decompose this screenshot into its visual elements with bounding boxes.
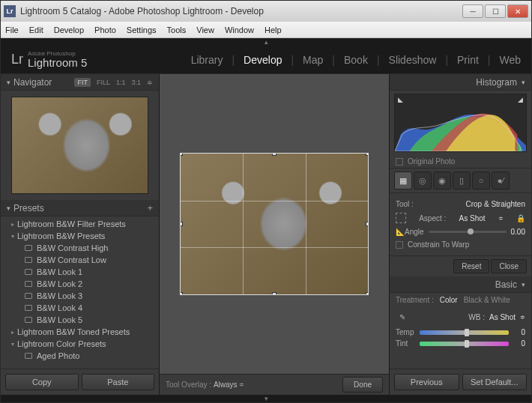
histogram-title: Histogram bbox=[476, 77, 517, 88]
tool-strip: ▦ ◎ ◉ ▯ ○ ●⁄ bbox=[390, 169, 531, 193]
clip-highlight-icon[interactable]: ◢ bbox=[518, 96, 523, 103]
preset-item[interactable]: B&W Look 5 bbox=[1, 314, 159, 326]
tool-overlay-value[interactable]: Always bbox=[214, 381, 238, 389]
nav-zoom-menu-icon[interactable]: ≑ bbox=[147, 79, 153, 86]
brand-main: Lightroom 5 bbox=[28, 57, 87, 68]
set-default-button[interactable]: Set Default... bbox=[462, 374, 528, 390]
paste-button[interactable]: Paste bbox=[82, 374, 155, 390]
original-photo-label: Original Photo bbox=[408, 157, 455, 166]
crop-handle[interactable] bbox=[272, 292, 276, 295]
menu-develop[interactable]: Develop bbox=[54, 25, 84, 34]
copy-button[interactable]: Copy bbox=[5, 374, 79, 390]
menu-edit[interactable]: Edit bbox=[29, 25, 43, 34]
lock-icon[interactable]: 🔒 bbox=[516, 214, 525, 222]
nav-1to1[interactable]: 1:1 bbox=[116, 79, 126, 86]
presets-list: ▸Lightroom B&W Filter Presets ▾Lightroom… bbox=[1, 216, 159, 369]
module-web[interactable]: Web bbox=[499, 54, 521, 66]
eyedropper-icon[interactable]: ✎ bbox=[396, 310, 409, 324]
top-panel-toggle[interactable]: ▴ bbox=[1, 38, 531, 46]
redeye-tool-icon[interactable]: ◉ bbox=[433, 172, 451, 190]
module-print[interactable]: Print bbox=[457, 54, 479, 66]
maximize-button[interactable]: ☐ bbox=[485, 4, 506, 18]
tint-slider[interactable] bbox=[420, 342, 509, 346]
done-button[interactable]: Done bbox=[342, 377, 383, 393]
crop-handle[interactable] bbox=[272, 153, 276, 156]
preset-group[interactable]: ▾Lightroom Color Presets bbox=[1, 338, 159, 350]
preset-group[interactable]: ▸Lightroom B&W Toned Presets bbox=[1, 326, 159, 338]
histogram-display[interactable]: ◣ ◢ bbox=[394, 94, 527, 152]
radial-filter-icon[interactable]: ○ bbox=[472, 172, 490, 190]
module-develop[interactable]: Develop bbox=[244, 54, 282, 66]
spot-tool-icon[interactable]: ◎ bbox=[414, 172, 432, 190]
left-panel: ▾ Navigator FIT FILL 1:1 3:1 ≑ ▾ Presets… bbox=[1, 74, 160, 395]
angle-slider[interactable] bbox=[429, 231, 507, 233]
aspect-value[interactable]: As Shot bbox=[459, 214, 486, 222]
close-tool-button[interactable]: Close bbox=[491, 259, 527, 273]
menu-help[interactable]: Help bbox=[265, 25, 282, 34]
menu-file[interactable]: File bbox=[5, 25, 19, 34]
module-book[interactable]: Book bbox=[344, 54, 368, 66]
aspect-icon[interactable] bbox=[396, 213, 406, 223]
preset-item[interactable]: B&W Look 2 bbox=[1, 278, 159, 290]
brand: Lr Adobe Photoshop Lightroom 5 bbox=[11, 51, 87, 68]
menu-view[interactable]: View bbox=[196, 25, 214, 34]
checkbox-icon[interactable] bbox=[396, 158, 403, 166]
close-button[interactable]: ✕ bbox=[507, 4, 528, 18]
tool-overlay-label: Tool Overlay : bbox=[166, 381, 211, 389]
menu-settings[interactable]: Settings bbox=[127, 25, 157, 34]
presets-header[interactable]: ▾ Presets + bbox=[1, 200, 159, 216]
bottom-panel-toggle[interactable]: ▾ bbox=[1, 395, 531, 402]
crop-handle[interactable] bbox=[180, 292, 183, 295]
temp-value: 0 bbox=[512, 328, 525, 336]
preset-item[interactable]: B&W Look 3 bbox=[1, 290, 159, 302]
preset-item[interactable]: B&W Contrast High bbox=[1, 242, 159, 254]
previous-button[interactable]: Previous bbox=[394, 374, 459, 390]
basic-header[interactable]: Basic▾ bbox=[390, 276, 531, 293]
center-toolbar: Tool Overlay : Always ≑ Done bbox=[160, 374, 389, 395]
preset-group[interactable]: ▾Lightroom B&W Presets bbox=[1, 230, 159, 242]
crop-handle[interactable] bbox=[180, 153, 183, 156]
presets-title: Presets bbox=[13, 203, 44, 213]
preset-group[interactable]: ▸Lightroom B&W Filter Presets bbox=[1, 218, 159, 230]
nav-3to1[interactable]: 3:1 bbox=[131, 79, 141, 86]
crop-handle[interactable] bbox=[180, 222, 183, 226]
graduated-filter-icon[interactable]: ▯ bbox=[453, 172, 471, 190]
nav-fill[interactable]: FILL bbox=[97, 79, 110, 86]
crop-overlay[interactable] bbox=[180, 153, 369, 295]
preset-item[interactable]: B&W Contrast Low bbox=[1, 254, 159, 266]
add-preset-icon[interactable]: + bbox=[147, 202, 153, 213]
navigator-header[interactable]: ▾ Navigator FIT FILL 1:1 3:1 ≑ bbox=[1, 74, 159, 91]
menu-tools[interactable]: Tools bbox=[167, 25, 187, 34]
histogram-header[interactable]: Histogram▾ bbox=[390, 74, 531, 91]
angle-label: Angle bbox=[405, 228, 424, 236]
clip-shadow-icon[interactable]: ◣ bbox=[398, 96, 403, 103]
preset-item[interactable]: B&W Look 1 bbox=[1, 266, 159, 278]
module-library[interactable]: Library bbox=[191, 54, 223, 66]
preset-item[interactable]: B&W Look 4 bbox=[1, 302, 159, 314]
wb-label: WB : bbox=[468, 313, 485, 321]
module-map[interactable]: Map bbox=[303, 54, 323, 66]
temp-slider[interactable] bbox=[420, 330, 509, 335]
crop-handle[interactable] bbox=[366, 153, 369, 156]
brush-tool-icon[interactable]: ●⁄ bbox=[492, 172, 510, 190]
ruler-icon[interactable]: 📐 bbox=[396, 228, 405, 236]
navigator-title: Navigator bbox=[13, 77, 52, 88]
preset-item[interactable]: Aged Photo bbox=[1, 350, 159, 362]
reset-button[interactable]: Reset bbox=[453, 259, 489, 273]
navigator-thumbnail[interactable] bbox=[11, 97, 148, 194]
crop-handle[interactable] bbox=[366, 292, 369, 295]
tool-name: Crop & Straighten bbox=[466, 200, 526, 208]
crop-handle[interactable] bbox=[366, 222, 369, 226]
menu-photo[interactable]: Photo bbox=[94, 25, 116, 34]
treatment-bw[interactable]: Black & White bbox=[464, 296, 510, 304]
checkbox-icon[interactable] bbox=[396, 241, 403, 249]
module-slideshow[interactable]: Slideshow bbox=[389, 54, 437, 66]
nav-fit[interactable]: FIT bbox=[74, 78, 91, 87]
crop-tool-icon[interactable]: ▦ bbox=[394, 172, 412, 190]
minimize-button[interactable]: ─ bbox=[462, 4, 483, 18]
treatment-color[interactable]: Color bbox=[440, 296, 458, 304]
wb-value[interactable]: As Shot bbox=[489, 313, 516, 321]
title-bar: Lr Lightroom 5 Catalog - Adobe Photoshop… bbox=[1, 1, 531, 22]
original-photo-row[interactable]: Original Photo bbox=[390, 155, 531, 169]
menu-window[interactable]: Window bbox=[225, 25, 254, 34]
